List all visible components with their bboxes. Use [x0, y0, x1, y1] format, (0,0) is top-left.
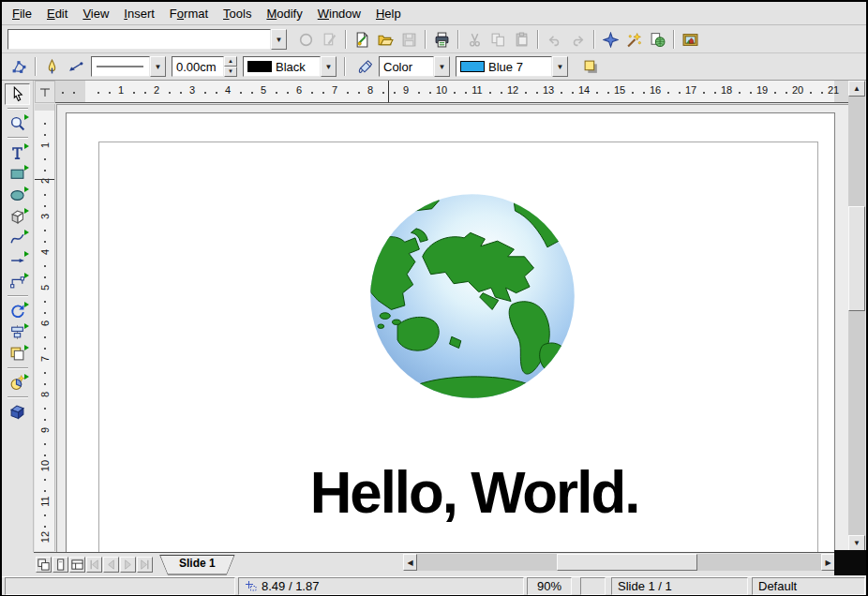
line-width-value[interactable]: 0.00cm: [172, 56, 224, 77]
menu-file[interactable]: File: [6, 5, 38, 22]
horizontal-scrollbar-thumb[interactable]: [557, 554, 697, 571]
line-style-dropdown-button[interactable]: ▼: [150, 56, 166, 77]
flyout-arrow-icon: [24, 251, 29, 257]
h-ruler-number: 10: [433, 84, 450, 96]
function-toolbar-buttons: [294, 28, 702, 51]
objects-3d-tool-button[interactable]: [5, 206, 30, 228]
scroll-up-button[interactable]: ▲: [848, 81, 865, 97]
menu-help[interactable]: Help: [369, 5, 408, 22]
line-color-name: Black: [276, 60, 306, 74]
line-width-decrease-button[interactable]: ▼: [224, 67, 237, 77]
line-style-value: [91, 56, 150, 77]
h-ruler-number: 21: [825, 84, 842, 96]
scroll-left-button[interactable]: ◀: [403, 554, 417, 571]
paste-button[interactable]: [510, 28, 533, 51]
slide-view-button[interactable]: [36, 557, 52, 573]
edit-points-button[interactable]: [7, 55, 31, 78]
slide-title-text[interactable]: Hello, World.: [102, 458, 846, 526]
insert-tool-button[interactable]: [5, 372, 30, 394]
line-width-increase-button[interactable]: ▲: [224, 56, 237, 67]
horizontal-ruler[interactable]: 123456789101112131415161718192021: [55, 81, 848, 103]
drawing-canvas[interactable]: Hello, World.: [56, 104, 848, 552]
open-button[interactable]: [374, 28, 397, 51]
effects-tool-button[interactable]: [5, 401, 30, 423]
previous-slide-button[interactable]: [103, 557, 119, 573]
scroll-right-button[interactable]: ▶: [821, 554, 835, 571]
page-style-field[interactable]: Default: [752, 577, 865, 595]
rotate-tool-button[interactable]: [5, 300, 30, 321]
alignment-tool-button[interactable]: [5, 321, 30, 343]
arrow-style-button[interactable]: [64, 55, 87, 78]
last-slide-button[interactable]: [137, 557, 153, 573]
toolbar-separator: [7, 295, 28, 297]
layer-view-button[interactable]: [69, 557, 85, 573]
line-color-dropdown-button[interactable]: ▼: [321, 56, 337, 77]
vertical-scrollbar[interactable]: ▲ ▼: [848, 81, 865, 551]
ellipse-tool-button[interactable]: [5, 185, 30, 206]
menu-format[interactable]: Format: [163, 5, 215, 22]
text-tool-button[interactable]: [5, 142, 30, 163]
flyout-arrow-icon: [24, 208, 29, 214]
autopilot-button[interactable]: [622, 28, 646, 51]
save-button[interactable]: [397, 28, 421, 51]
print-button[interactable]: [430, 28, 454, 51]
v-ruler-number: 1: [39, 136, 51, 155]
connector-tool-button[interactable]: [5, 271, 30, 292]
fill-color-select[interactable]: Blue 7 ▼: [456, 56, 568, 77]
undo-button[interactable]: [543, 28, 566, 51]
line-color-select[interactable]: Black ▼: [243, 56, 337, 77]
gallery-button[interactable]: [679, 28, 702, 51]
master-view-button[interactable]: [52, 557, 68, 573]
flyout-arrow-icon: [24, 323, 29, 329]
horizontal-scrollbar[interactable]: ◀ ▶: [403, 554, 835, 571]
cut-button[interactable]: [463, 28, 486, 51]
menu-edit[interactable]: Edit: [40, 5, 74, 22]
url-combobox-value[interactable]: [7, 29, 271, 50]
lines-arrows-tool-button[interactable]: [5, 249, 30, 271]
toolbar-separator: [7, 367, 28, 369]
menu-tools[interactable]: Tools: [217, 5, 258, 22]
h-ruler-number: 5: [255, 84, 272, 96]
vertical-scrollbar-thumb[interactable]: [848, 206, 865, 311]
fill-style-select[interactable]: Color ▼: [379, 56, 450, 77]
fill-color-dropdown-button[interactable]: ▼: [552, 56, 568, 77]
navigator-button[interactable]: [599, 28, 622, 51]
next-slide-button[interactable]: [120, 557, 136, 573]
menu-modify[interactable]: Modify: [260, 5, 308, 22]
menu-view[interactable]: View: [76, 5, 115, 22]
slide-view-icon: [37, 557, 51, 573]
hyperlink-button[interactable]: [646, 28, 669, 51]
shadow-button[interactable]: [579, 55, 603, 78]
line-dialog-button[interactable]: [40, 55, 64, 78]
area-dialog-button[interactable]: [353, 55, 377, 78]
menu-window[interactable]: Window: [311, 5, 367, 22]
redo-button[interactable]: [566, 28, 590, 51]
lines-arrows-icon: [9, 252, 25, 268]
menu-insert[interactable]: Insert: [117, 5, 161, 22]
select-tool-button[interactable]: [5, 83, 30, 105]
slide-tab[interactable]: Slide 1: [159, 555, 235, 575]
copy-button[interactable]: [486, 28, 510, 51]
first-slide-button[interactable]: [86, 557, 102, 573]
ruler-origin-button[interactable]: [35, 81, 55, 103]
flyout-arrow-icon: [24, 143, 29, 149]
curve-tool-button[interactable]: [5, 228, 30, 249]
globe-image[interactable]: [368, 192, 576, 400]
rectangle-tool-button[interactable]: [5, 163, 30, 185]
scroll-down-button[interactable]: ▼: [848, 535, 865, 551]
fill-style-dropdown-button[interactable]: ▼: [434, 56, 450, 77]
edit-file-button[interactable]: [318, 28, 341, 51]
stop-button[interactable]: [294, 28, 318, 51]
zoom-level-field[interactable]: 90%: [527, 577, 572, 595]
new-document-button[interactable]: [351, 28, 374, 51]
url-combobox[interactable]: ▼: [7, 29, 287, 50]
zoom-tool-button[interactable]: [5, 112, 30, 134]
toolbar-separator: [7, 396, 28, 398]
line-width-spinner[interactable]: 0.00cm ▲ ▼: [172, 56, 237, 77]
line-style-select[interactable]: ▼: [91, 56, 166, 77]
save-icon: [401, 32, 417, 48]
arrange-tool-button[interactable]: [5, 343, 30, 365]
url-combobox-dropdown-button[interactable]: ▼: [271, 29, 287, 50]
slide-tab-label[interactable]: Slide 1: [160, 556, 234, 574]
vertical-ruler[interactable]: 123456789101112: [35, 104, 55, 551]
